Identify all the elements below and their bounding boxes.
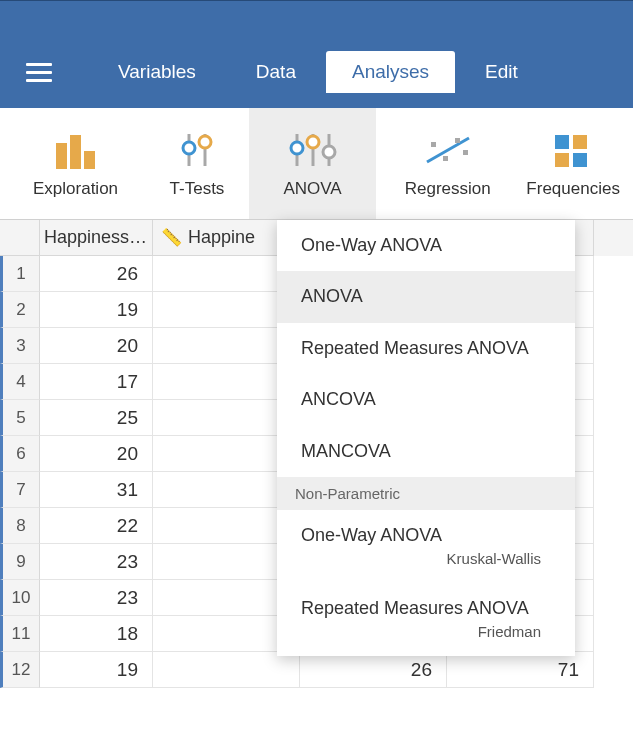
section-nonparametric: Non-Parametric	[277, 477, 575, 510]
ribbon-toolbar: Exploration T-Tests ANOVA	[0, 108, 633, 220]
row-number[interactable]: 10	[0, 580, 40, 616]
cell[interactable]: 23	[40, 580, 153, 616]
cell[interactable]: 25	[40, 400, 153, 436]
cell[interactable]: 22	[40, 508, 153, 544]
ribbon-ttests[interactable]: T-Tests	[147, 108, 247, 219]
column-label: Happiness…	[44, 227, 147, 248]
cell[interactable]: 19	[40, 652, 153, 688]
menu-anova[interactable]: ANOVA	[277, 271, 575, 322]
row-number[interactable]: 5	[0, 400, 40, 436]
menu-variables[interactable]: Variables	[88, 51, 226, 93]
menu-analyses[interactable]: Analyses	[326, 51, 455, 93]
anova-dropdown: One-Way ANOVA ANOVA Repeated Measures AN…	[277, 220, 575, 656]
regression-icon	[421, 129, 475, 171]
column-header[interactable]: Happiness…	[40, 220, 153, 256]
ribbon-exploration[interactable]: Exploration	[6, 108, 145, 219]
row-number[interactable]: 12	[0, 652, 40, 688]
cell[interactable]: 18	[40, 616, 153, 652]
row-number[interactable]: 7	[0, 472, 40, 508]
cell[interactable]: 26	[40, 256, 153, 292]
ribbon-label: Regression	[405, 179, 491, 199]
cell[interactable]: 71	[447, 652, 594, 688]
cell[interactable]: 19	[40, 292, 153, 328]
cell[interactable]: 23	[40, 544, 153, 580]
ttests-icon	[175, 129, 219, 171]
frequencies-icon	[551, 129, 595, 171]
row-number[interactable]: 3	[0, 328, 40, 364]
menu-sublabel: Friedman	[301, 622, 551, 642]
ribbon-label: T-Tests	[170, 179, 225, 199]
svg-rect-20	[555, 153, 569, 167]
ribbon-label: ANOVA	[283, 179, 341, 199]
row-number[interactable]: 4	[0, 364, 40, 400]
row-number[interactable]: 2	[0, 292, 40, 328]
menu-np-oneway[interactable]: One-Way ANOVA Kruskal-Wallis	[277, 510, 575, 583]
row-number[interactable]: 1	[0, 256, 40, 292]
svg-rect-14	[431, 142, 436, 147]
window-titlebar	[0, 0, 633, 36]
menu-label: Repeated Measures ANOVA	[301, 598, 529, 618]
row-number[interactable]: 8	[0, 508, 40, 544]
row-number[interactable]: 9	[0, 544, 40, 580]
menu-mancova[interactable]: MANCOVA	[277, 426, 575, 477]
bar-chart-icon	[52, 129, 100, 171]
ribbon-regression[interactable]: Regression	[378, 108, 517, 219]
svg-point-8	[291, 142, 303, 154]
menu-label: One-Way ANOVA	[301, 525, 442, 545]
menu-items: Variables Data Analyses Edit	[88, 51, 548, 93]
menu-oneway-anova[interactable]: One-Way ANOVA	[277, 220, 575, 271]
cell[interactable]: 20	[40, 328, 153, 364]
svg-point-10	[307, 136, 319, 148]
svg-point-4	[183, 142, 195, 154]
svg-rect-21	[573, 153, 587, 167]
cell[interactable]: 31	[40, 472, 153, 508]
svg-rect-18	[555, 135, 569, 149]
menu-data[interactable]: Data	[226, 51, 326, 93]
svg-rect-0	[56, 143, 67, 169]
ribbon-frequencies[interactable]: Frequencies	[519, 108, 627, 219]
row-number[interactable]: 11	[0, 616, 40, 652]
menu-sublabel: Kruskal-Wallis	[301, 549, 551, 569]
menu-repeated-anova[interactable]: Repeated Measures ANOVA	[277, 323, 575, 374]
ribbon-label: Exploration	[33, 179, 118, 199]
ribbon-anova[interactable]: ANOVA	[249, 108, 376, 219]
hamburger-icon[interactable]	[18, 63, 68, 82]
svg-rect-2	[84, 151, 95, 169]
table-row: 12192671	[0, 652, 633, 688]
svg-rect-19	[573, 135, 587, 149]
svg-point-12	[323, 146, 335, 158]
anova-icon	[285, 129, 341, 171]
row-number[interactable]: 6	[0, 436, 40, 472]
cell[interactable]	[153, 652, 300, 688]
svg-rect-1	[70, 135, 81, 169]
column-label: Happine	[188, 227, 255, 248]
svg-rect-16	[455, 138, 460, 143]
main-menubar: Variables Data Analyses Edit	[0, 36, 633, 108]
menu-np-repeated[interactable]: Repeated Measures ANOVA Friedman	[277, 583, 575, 656]
cell[interactable]: 20	[40, 436, 153, 472]
menu-ancova[interactable]: ANCOVA	[277, 374, 575, 425]
menu-edit[interactable]: Edit	[455, 51, 548, 93]
ribbon-label: Frequencies	[519, 179, 627, 199]
cell[interactable]: 17	[40, 364, 153, 400]
ruler-icon: 📏	[161, 227, 182, 248]
svg-point-6	[199, 136, 211, 148]
corner-cell	[0, 220, 40, 256]
svg-rect-15	[443, 156, 448, 161]
svg-rect-17	[463, 150, 468, 155]
cell[interactable]: 26	[300, 652, 447, 688]
